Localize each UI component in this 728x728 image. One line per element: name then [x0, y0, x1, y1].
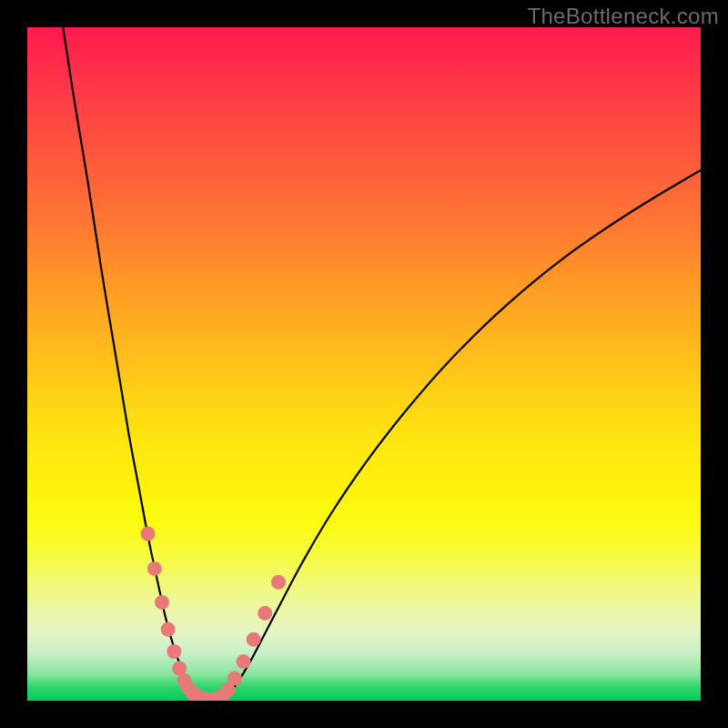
right-curve-path	[220, 170, 701, 700]
watermark-text: TheBottleneck.com	[527, 4, 719, 29]
bead	[161, 622, 176, 637]
plot-area	[27, 27, 701, 701]
bead	[237, 654, 251, 669]
chart-svg	[27, 27, 701, 701]
chart-frame: TheBottleneck.com	[0, 0, 728, 728]
left-curve-path	[63, 27, 200, 700]
bead	[147, 561, 162, 576]
bead	[140, 526, 155, 541]
beads-group	[140, 526, 286, 701]
bead	[228, 672, 242, 686]
bead	[271, 575, 286, 590]
bead	[155, 595, 169, 610]
bead	[258, 606, 272, 621]
bead	[167, 644, 181, 659]
bead	[247, 632, 261, 647]
